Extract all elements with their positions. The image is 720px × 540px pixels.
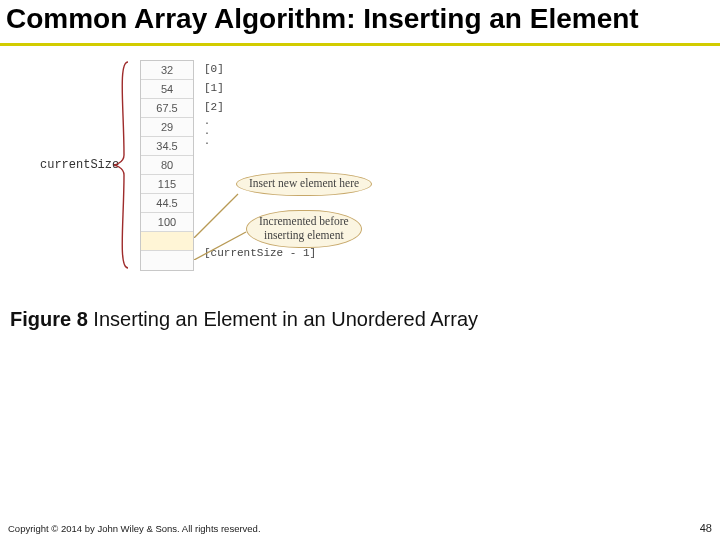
figure-caption: Figure 8 Inserting an Element in an Unor… bbox=[10, 308, 720, 331]
cell bbox=[141, 251, 193, 270]
cell: 80 bbox=[141, 156, 193, 175]
index-label: [0] bbox=[200, 60, 330, 79]
brace-icon bbox=[112, 60, 130, 270]
callout-increment: Incremented before inserting element bbox=[246, 210, 362, 248]
callout-line1: Incremented before bbox=[259, 215, 349, 227]
cell: 100 bbox=[141, 213, 193, 232]
cell: 67.5 bbox=[141, 99, 193, 118]
page-title: Common Array Algorithm: Inserting an Ele… bbox=[0, 0, 720, 46]
cell-insert-target bbox=[141, 232, 193, 251]
figure-number: Figure 8 bbox=[10, 308, 88, 330]
figure-caption-text: Inserting an Element in an Unordered Arr… bbox=[88, 308, 478, 330]
cell: 44.5 bbox=[141, 194, 193, 213]
current-size-label: currentSize bbox=[40, 158, 119, 172]
callout-insert: Insert new element here bbox=[236, 172, 372, 196]
cell: 54 bbox=[141, 80, 193, 99]
copyright: Copyright © 2014 by John Wiley & Sons. A… bbox=[8, 523, 261, 534]
callout-line2: inserting element bbox=[264, 229, 344, 241]
page-number: 48 bbox=[700, 522, 712, 534]
callout-pointer-icon bbox=[194, 230, 250, 260]
index-label: [1] bbox=[200, 79, 330, 98]
array-box: 32 54 67.5 29 34.5 80 115 44.5 100 bbox=[140, 60, 194, 271]
index-label: [2] bbox=[200, 98, 330, 117]
slide: Common Array Algorithm: Inserting an Ele… bbox=[0, 0, 720, 540]
figure: currentSize 32 54 67.5 29 34.5 80 115 44… bbox=[40, 60, 460, 300]
vdots-icon: ··· bbox=[200, 117, 330, 136]
cell: 29 bbox=[141, 118, 193, 137]
cell: 115 bbox=[141, 175, 193, 194]
cell: 32 bbox=[141, 61, 193, 80]
cell: 34.5 bbox=[141, 137, 193, 156]
